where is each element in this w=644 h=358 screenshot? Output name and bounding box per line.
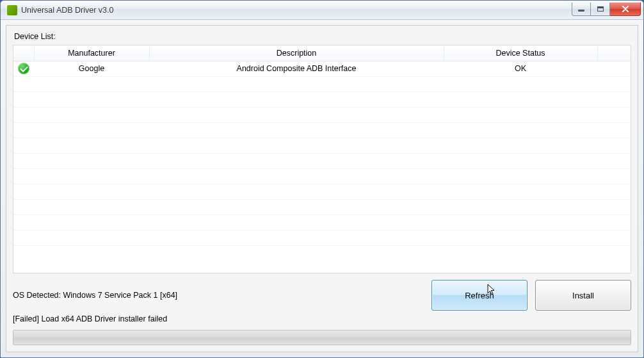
device-status-cell: OK	[444, 61, 597, 76]
table-row-empty	[13, 76, 631, 92]
close-button[interactable]	[610, 3, 641, 16]
app-window: Universal ADB Driver v3.0 Device List: M…	[0, 0, 644, 358]
grid-header-row[interactable]: Manufacturer Description Device Status	[13, 45, 631, 61]
os-detected-label: OS Detected: Windows 7 Service Pack 1 [x…	[13, 291, 424, 300]
app-icon	[7, 5, 17, 15]
titlebar[interactable]: Universal ADB Driver v3.0	[1, 1, 643, 20]
window-controls	[572, 3, 641, 16]
table-row-empty	[13, 199, 631, 215]
col-status[interactable]	[13, 45, 34, 61]
manufacturer-cell: Google	[34, 61, 149, 76]
status-message: [Failed] Load x64 ADB Driver installer f…	[13, 314, 424, 323]
table-row-empty	[13, 107, 631, 122]
col-manufacturer[interactable]: Manufacturer	[34, 45, 149, 61]
description-cell: Android Composite ADB Interface	[149, 61, 444, 76]
refresh-button[interactable]: Refresh	[431, 280, 527, 311]
minimize-button[interactable]	[572, 3, 591, 16]
table-row-empty	[13, 215, 631, 230]
device-list-label: Device List:	[14, 32, 631, 41]
check-circle-icon	[18, 63, 29, 74]
install-button[interactable]: Install	[535, 280, 631, 311]
client-area: Device List: Manufacturer Description De…	[6, 25, 638, 352]
col-description[interactable]: Description	[149, 45, 444, 61]
table-row-empty	[13, 184, 631, 199]
table-row-empty	[13, 138, 631, 153]
status-cell	[13, 61, 34, 76]
maximize-button[interactable]	[591, 3, 610, 16]
footer: OS Detected: Windows 7 Service Pack 1 [x…	[13, 280, 631, 345]
install-button-label: Install	[572, 291, 594, 300]
device-grid[interactable]: Manufacturer Description Device Status G…	[13, 45, 631, 273]
table-row-empty	[13, 153, 631, 168]
col-spacer	[597, 45, 631, 61]
table-row-empty	[13, 230, 631, 245]
refresh-button-label: Refresh	[465, 291, 494, 300]
table-row[interactable]: GoogleAndroid Composite ADB InterfaceOK	[13, 61, 631, 76]
table-row-empty	[13, 92, 631, 107]
col-device-status[interactable]: Device Status	[444, 45, 597, 61]
progress-bar	[13, 330, 631, 345]
table-row-empty	[13, 122, 631, 138]
window-title: Universal ADB Driver v3.0	[21, 6, 114, 15]
table-row-empty	[13, 168, 631, 184]
